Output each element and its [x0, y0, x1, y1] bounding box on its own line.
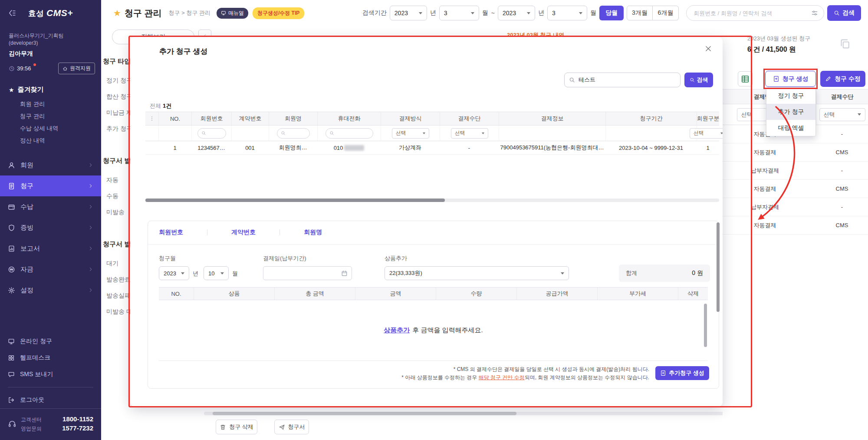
- menu-item-evidence[interactable]: 증빙: [0, 217, 101, 238]
- billing-create-button[interactable]: 청구 생성: [765, 71, 816, 87]
- table-row[interactable]: 납부자결제 -: [714, 162, 868, 180]
- bill-icon: [8, 182, 15, 190]
- filter-icon[interactable]: [811, 10, 818, 17]
- monitor-icon: [8, 338, 15, 345]
- logout-button[interactable]: 로그아웃: [0, 392, 101, 408]
- remote-support-button[interactable]: 원격지원: [58, 63, 95, 74]
- pay-means-filter-select[interactable]: 선택: [819, 108, 865, 121]
- bill-month-select[interactable]: 10: [204, 266, 229, 280]
- pay-method-filter-select[interactable]: 선택: [392, 128, 429, 139]
- member-name-filter-input[interactable]: [277, 128, 310, 139]
- close-icon[interactable]: [704, 45, 712, 53]
- product-select[interactable]: 22(33,333원): [385, 266, 569, 280]
- header-controls: 검색기간 2023 년 3 월 ~ 2023 년 3 월 당월 3개월 6개월: [362, 5, 861, 21]
- product-add-label: 상품추가: [385, 255, 407, 262]
- sidebar-top: 효성CMS+: [0, 0, 101, 26]
- menu-item-report[interactable]: 보고서: [0, 238, 101, 259]
- table-row[interactable]: 납부자결제 -: [714, 198, 868, 216]
- dropdown-item-additional[interactable]: 추가 청구: [766, 104, 815, 120]
- from-month-select[interactable]: 3: [439, 6, 479, 20]
- phone-filter-input[interactable]: [326, 128, 373, 139]
- to-year-select[interactable]: 2023: [498, 6, 535, 20]
- additional-billing-modal: 추가 청구 생성 검색 전체1건 NO. 회원번호 계약번호 회원명 휴대전화 …: [130, 37, 723, 407]
- menu-item-online-billing[interactable]: 온라인 청구: [0, 333, 101, 350]
- billing-edit-button[interactable]: 청구 수정: [820, 71, 865, 87]
- table-row[interactable]: 자동결제 CMS: [714, 143, 868, 162]
- caret-down-icon: [181, 272, 184, 275]
- phone-cell: 010: [317, 141, 381, 154]
- tool-menu: 온라인 청구 헬프데스크 SMS 보내기: [0, 333, 101, 383]
- pay-date-input[interactable]: [263, 266, 352, 280]
- three-month-button[interactable]: 3개월: [627, 6, 653, 20]
- table-row[interactable]: 자동결제 CMS: [714, 180, 868, 198]
- table-row[interactable]: 자동결제 CMS: [714, 216, 868, 235]
- menu-item-member[interactable]: 회원: [0, 155, 101, 175]
- modal-vertical-scrollbar[interactable]: [717, 222, 720, 312]
- modal-search-button[interactable]: 검색: [684, 73, 713, 87]
- member-type-filter-select[interactable]: 선택: [690, 128, 723, 139]
- table-row[interactable]: 1 1234567… 001 회원명최… 010 가상계좌 - 79004953…: [145, 141, 719, 155]
- monitor-icon: [221, 10, 226, 16]
- table-header-row: NO. 상품 총 금액 금액 수량 공급가액 부가세 삭제: [159, 287, 708, 300]
- menu-item-sms[interactable]: SMS 보내기: [0, 366, 101, 383]
- bill-year-select[interactable]: 2023: [159, 266, 189, 280]
- from-year-select[interactable]: 2023: [390, 6, 427, 20]
- pay-means-filter-select[interactable]: 선택: [451, 128, 488, 139]
- month-summary: 2023년 03월 생성된 청구 6 건 / 41,500 원: [747, 35, 810, 54]
- modal-search-input[interactable]: [579, 77, 676, 83]
- bill-month-label: 청구월: [159, 255, 176, 262]
- column-header: 삭제: [678, 288, 708, 300]
- scrollbar-thumb[interactable]: [704, 304, 707, 347]
- header-search-button[interactable]: 검색: [827, 5, 861, 21]
- copy-icon[interactable]: [839, 38, 851, 50]
- chevron-right-icon: [88, 246, 93, 251]
- manual-badge[interactable]: 매뉴얼: [217, 8, 248, 19]
- member-no-filter-input[interactable]: [197, 128, 226, 139]
- money-icon: [8, 266, 15, 273]
- range-tilde: ~: [491, 10, 495, 17]
- menu-item-collection[interactable]: 수납: [0, 196, 101, 217]
- product-add-link[interactable]: 상품추가: [384, 326, 410, 334]
- empty-state-message: 상품추가 후 금액을 입력해주세요.: [159, 300, 708, 361]
- field-separator: [207, 229, 207, 235]
- main-menu: 회원 청구 수납 증빙 보고서 자금 설: [0, 155, 101, 301]
- calendar-icon[interactable]: [341, 270, 348, 277]
- excel-export-button[interactable]: [738, 71, 753, 86]
- menu-item-billing[interactable]: 청구: [0, 175, 101, 196]
- scrollbar-thumb[interactable]: [213, 412, 516, 415]
- column-header: NO.: [158, 112, 191, 125]
- member-search-input[interactable]: [686, 5, 824, 21]
- menu-item-setting[interactable]: 설정: [0, 280, 101, 301]
- drag-handle-icon[interactable]: [149, 116, 155, 122]
- billing-detail-panel: 회원번호 계약번호 회원명 청구월 2023 년 10 월 결제일(납부기간) …: [148, 221, 719, 389]
- favorite-item[interactable]: 청구 관리: [20, 110, 92, 122]
- scrollbar-thumb[interactable]: [145, 198, 445, 202]
- sum-label: 합계: [626, 269, 637, 277]
- trash-icon: [220, 424, 226, 430]
- favorite-item[interactable]: 정산 내역: [20, 135, 92, 147]
- search-icon: [569, 77, 575, 83]
- favorites-title-row: ★ 즐겨찾기: [9, 86, 92, 94]
- year-unit: 년: [193, 270, 198, 278]
- billing-delete-button[interactable]: 청구 삭제: [216, 420, 257, 434]
- to-month-select[interactable]: 3: [547, 6, 587, 20]
- six-month-button[interactable]: 6개월: [653, 6, 679, 20]
- favorite-item[interactable]: 수납 상세 내역: [20, 122, 92, 135]
- menu-item-helpdesk[interactable]: 헬프데스크: [0, 350, 101, 366]
- sidebar-collapse-icon[interactable]: [8, 9, 16, 17]
- invoice-button[interactable]: 청구서: [274, 420, 309, 434]
- menu-item-fund[interactable]: 자금: [0, 259, 101, 280]
- page-star-icon[interactable]: ★: [113, 8, 121, 18]
- dropdown-item-bulk-excel[interactable]: 대량 엑셀: [766, 120, 815, 136]
- wallet-icon: [8, 203, 15, 211]
- tip-badge[interactable]: 청구생성/수정 TIP: [253, 7, 304, 19]
- footnote: * CMS 의 결제수단은 결제일을 당일로 선택 시 생성과 동시에 결제(발…: [401, 365, 649, 374]
- table-header-row: NO. 회원번호 계약번호 회원명 휴대전화 결제방식 결제수단 결제정보 청구…: [145, 112, 719, 126]
- dropdown-item-regular[interactable]: 정기 청구: [766, 88, 815, 104]
- logo-suffix: CMS+: [46, 8, 73, 18]
- footnote-link[interactable]: 해당 청구 건만 수정: [479, 374, 525, 380]
- favorite-item[interactable]: 회원 관리: [20, 98, 92, 110]
- additional-billing-submit-button[interactable]: 추가청구 생성: [655, 366, 709, 380]
- current-month-button[interactable]: 당월: [599, 6, 624, 20]
- range-button-group: 3개월 6개월: [627, 6, 679, 20]
